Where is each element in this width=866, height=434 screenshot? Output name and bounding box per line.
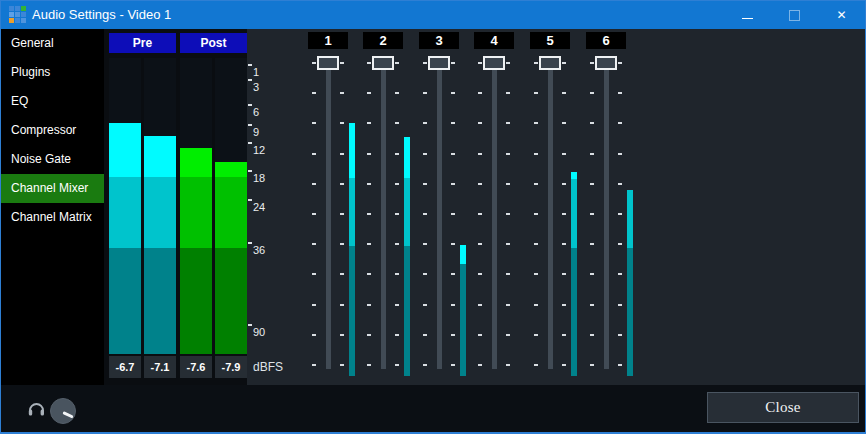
slider-tick xyxy=(590,62,594,64)
scale-tick xyxy=(248,79,252,81)
scale-label: 9 xyxy=(253,125,259,139)
slider-tick xyxy=(506,62,510,64)
slider-tick xyxy=(312,92,316,94)
channel-slider-handle[interactable] xyxy=(483,56,505,70)
titlebar[interactable]: Audio Settings - Video 1 ✕ xyxy=(1,1,865,29)
slider-tick xyxy=(562,243,566,245)
slider-tick xyxy=(451,122,455,124)
slider-tick xyxy=(590,243,594,245)
slider-tick xyxy=(506,183,510,185)
slider-tick xyxy=(451,213,455,215)
meter-bar-segment xyxy=(144,136,176,177)
logo-square xyxy=(9,18,14,23)
close-button[interactable]: Close xyxy=(707,392,859,423)
slider-tick xyxy=(451,153,455,155)
slider-tick xyxy=(340,364,344,366)
meter-bar-segment xyxy=(144,248,176,354)
slider-tick xyxy=(590,153,594,155)
monitor-volume-knob[interactable] xyxy=(50,398,76,424)
meter-bar-segment xyxy=(109,177,141,248)
slider-tick xyxy=(367,183,371,185)
channel-slider-handle[interactable] xyxy=(372,56,394,70)
minimize-icon xyxy=(742,18,753,19)
sidebar-item-compressor[interactable]: Compressor xyxy=(1,116,104,145)
slider-tick xyxy=(423,364,427,366)
slider-tick xyxy=(367,364,371,366)
slider-tick xyxy=(312,213,316,215)
close-window-button[interactable]: ✕ xyxy=(818,1,865,29)
slider-tick xyxy=(451,62,455,64)
slider-tick xyxy=(312,62,316,64)
slider-tick xyxy=(534,334,538,336)
logo-square xyxy=(9,12,14,17)
slider-tick xyxy=(562,364,566,366)
slider-tick xyxy=(562,122,566,124)
slider-tick xyxy=(562,213,566,215)
logo-square xyxy=(21,12,26,17)
minimize-button[interactable] xyxy=(724,1,771,29)
slider-tick xyxy=(312,122,316,124)
footer-bar: Close xyxy=(1,385,865,433)
channel-meter-segment xyxy=(571,172,577,179)
slider-tick xyxy=(590,273,594,275)
slider-tick xyxy=(478,122,482,124)
slider-tick xyxy=(451,364,455,366)
slider-tick xyxy=(395,183,399,185)
slider-tick xyxy=(340,334,344,336)
sidebar-item-plugins[interactable]: Plugins xyxy=(1,58,104,87)
meter-bar-segment xyxy=(109,248,141,354)
sidebar-item-noise-gate[interactable]: Noise Gate xyxy=(1,145,104,174)
slider-tick xyxy=(451,243,455,245)
maximize-button[interactable] xyxy=(771,1,818,29)
channel-slider-track[interactable] xyxy=(492,63,497,369)
slider-tick xyxy=(478,334,482,336)
slider-tick xyxy=(340,213,344,215)
sidebar-item-channel-mixer[interactable]: Channel Mixer xyxy=(1,174,104,203)
channel-slider-track[interactable] xyxy=(381,63,386,369)
slider-tick xyxy=(451,92,455,94)
slider-tick xyxy=(534,304,538,306)
channel-slider-handle[interactable] xyxy=(595,56,617,70)
scale-tick xyxy=(248,242,252,244)
slider-tick xyxy=(618,153,622,155)
sidebar-item-channel-matrix[interactable]: Channel Matrix xyxy=(1,203,104,232)
slider-tick xyxy=(340,243,344,245)
slider-tick xyxy=(562,273,566,275)
slider-tick xyxy=(423,153,427,155)
post-meter-header: Post xyxy=(180,33,247,53)
meter-panel: Pre Post -6.7-7.1-7.6-7.9 xyxy=(104,29,247,385)
slider-tick xyxy=(562,304,566,306)
slider-tick xyxy=(423,273,427,275)
channel-slider-track[interactable] xyxy=(548,63,553,369)
meter-bar-segment xyxy=(215,248,247,354)
sidebar-item-eq[interactable]: EQ xyxy=(1,87,104,116)
close-icon: ✕ xyxy=(836,8,846,22)
slider-tick xyxy=(618,364,622,366)
channel-meter-segment xyxy=(404,178,410,246)
slider-tick xyxy=(534,243,538,245)
slider-tick xyxy=(367,334,371,336)
channel-slider-handle[interactable] xyxy=(428,56,450,70)
channel-slider-track[interactable] xyxy=(604,63,609,369)
slider-tick xyxy=(618,183,622,185)
slider-tick xyxy=(590,183,594,185)
slider-tick xyxy=(590,92,594,94)
channel-header-5: 5 xyxy=(530,32,570,49)
channel-slider-track[interactable] xyxy=(437,63,442,369)
app-logo-icon xyxy=(9,6,26,23)
channel-slider-handle[interactable] xyxy=(539,56,561,70)
scale-label: 6 xyxy=(253,105,259,119)
slider-tick xyxy=(451,273,455,275)
channel-slider-handle[interactable] xyxy=(317,56,339,70)
channel-meter-segment xyxy=(404,246,410,376)
channel-meter-segment xyxy=(460,245,466,264)
channel-meter-segment xyxy=(571,179,577,248)
slider-tick xyxy=(312,334,316,336)
scale-label: 90 xyxy=(253,325,265,339)
slider-tick xyxy=(395,62,399,64)
channel-slider-track[interactable] xyxy=(326,63,331,369)
slider-tick xyxy=(618,334,622,336)
sidebar-item-general[interactable]: General xyxy=(1,29,104,58)
slider-tick xyxy=(562,334,566,336)
slider-tick xyxy=(590,122,594,124)
